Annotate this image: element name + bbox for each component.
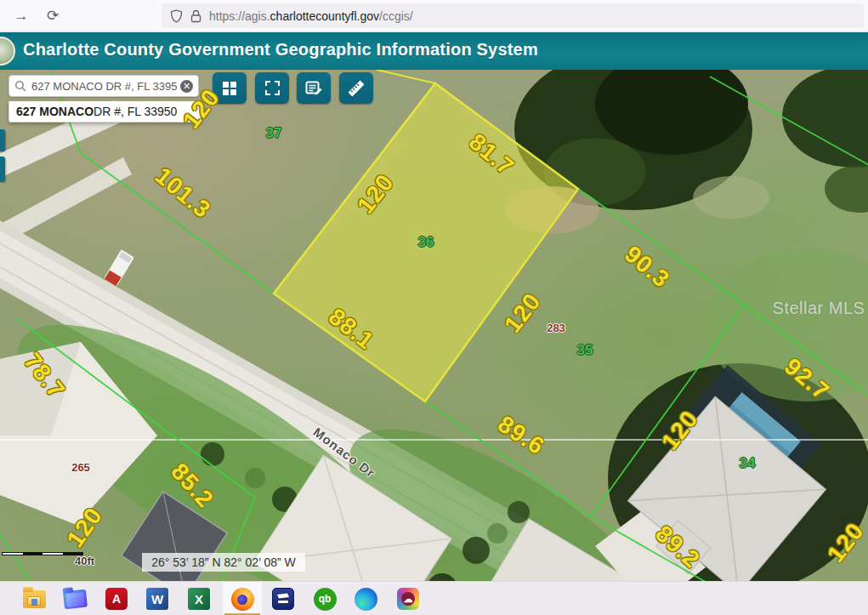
measure-button[interactable] — [339, 72, 373, 104]
page-title: Charlotte County Government Geographic I… — [23, 40, 538, 60]
lock-icon[interactable] — [190, 9, 201, 23]
search-icon — [14, 80, 26, 92]
folder-purple-icon — [62, 589, 87, 609]
adobe-acrobat-icon: A — [105, 588, 128, 610]
forward-icon[interactable]: → — [11, 6, 31, 26]
marquee-select-icon — [265, 81, 280, 95]
taskbar-quickbooks[interactable]: qb — [305, 582, 344, 615]
parcel-code: 283 — [547, 322, 565, 334]
search-suggestion[interactable]: 627 MONACO DR #, FL 33950 — [9, 101, 201, 122]
url-text: https://agis.charlottecountyfl.gov/ccgis… — [209, 9, 413, 24]
quickbooks-icon: qb — [314, 588, 337, 611]
taskbar-acrobat[interactable]: A — [97, 582, 136, 615]
url-bar[interactable]: https://agis.charlottecountyfl.gov/ccgis… — [162, 3, 864, 28]
taskbar-file-explorer[interactable] — [14, 582, 54, 615]
taskbar-scanner[interactable] — [264, 582, 303, 615]
parcel-number: 36 — [418, 234, 434, 251]
browser-chrome: → ⟳ https://agis.charlottecountyfl.gov/c… — [0, 0, 868, 32]
taskbar-creative-cloud[interactable] — [389, 582, 428, 615]
clear-search-icon[interactable]: ✕ — [180, 80, 193, 93]
taskbar-word[interactable]: W — [138, 582, 177, 615]
edge-icon — [355, 588, 377, 611]
scale-label: 40ft — [75, 555, 94, 567]
taskbar-excel[interactable]: X — [179, 582, 218, 615]
select-area-button[interactable] — [255, 72, 289, 104]
search-box[interactable]: ✕ — [9, 75, 199, 97]
suggestion-bold-text: 627 MONACO — [16, 105, 94, 118]
map-canvas[interactable]: 120 101.3 120 81.7 90.3 120 88.1 92.7 78… — [0, 70, 868, 581]
file-explorer-icon — [23, 590, 46, 608]
coordinate-readout: 26° 53’ 18” N 82° 02’ 08” W — [142, 553, 305, 572]
edit-notes-button[interactable] — [297, 72, 331, 104]
parcel-number: 34 — [740, 455, 756, 472]
county-seal-logo — [0, 37, 15, 65]
scale-bar — [2, 552, 83, 555]
reload-icon[interactable]: ⟳ — [43, 6, 63, 26]
parcel-code: 265 — [71, 461, 90, 474]
grid-icon — [223, 82, 236, 95]
shield-icon[interactable] — [170, 9, 183, 23]
taskbar-edge[interactable] — [346, 582, 385, 615]
side-panel-tab[interactable] — [0, 157, 5, 182]
parcel-number: 35 — [577, 342, 593, 359]
scanner-icon — [272, 588, 294, 610]
parcel-number: 37 — [266, 125, 282, 142]
taskbar-firefox-active[interactable] — [223, 582, 262, 615]
side-panel-tab[interactable] — [0, 129, 5, 151]
excel-icon: X — [188, 588, 210, 610]
creative-cloud-icon — [397, 588, 419, 610]
search-input[interactable] — [31, 80, 180, 93]
edit-notes-icon — [305, 81, 322, 96]
taskbar-folder[interactable] — [55, 582, 94, 615]
watermark: Stellar MLS — [773, 299, 865, 318]
vehicle — [104, 249, 134, 287]
aerial-imagery — [0, 70, 868, 581]
taskbar: A W X qb — [0, 581, 868, 615]
suggestion-rest-text: DR #, FL 33950 — [94, 105, 177, 118]
measure-ruler-icon — [346, 78, 366, 99]
firefox-icon — [231, 588, 254, 611]
app-header: Charlotte County Government Geographic I… — [0, 32, 868, 70]
word-icon: W — [146, 588, 168, 610]
